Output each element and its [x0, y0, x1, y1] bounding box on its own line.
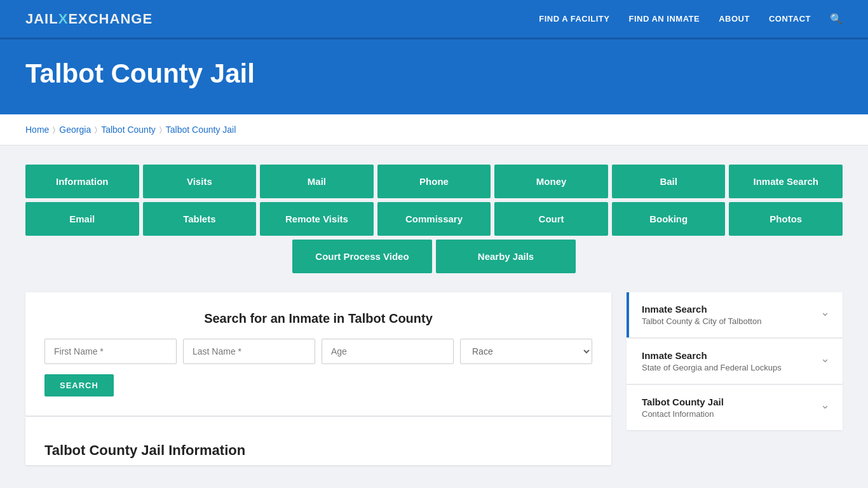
chevron-icon: 〉 — [53, 125, 55, 134]
search-title: Search for an Inmate in Talbot County — [44, 311, 592, 326]
sidebar-item-title-1: Inmate Search — [642, 350, 782, 361]
button-row-3: Court Process Video Nearby Jails — [25, 240, 843, 273]
chevron-icon: 〉 — [95, 125, 97, 134]
site-header: JAILXEXCHANGE FIND A FACILITY FIND AN IN… — [0, 0, 868, 39]
breadcrumb-home[interactable]: Home — [25, 125, 49, 135]
content-area: Search for an Inmate in Talbot County Ra… — [25, 292, 843, 465]
chevron-down-icon: ⌄ — [820, 351, 830, 365]
sidebar-item-2[interactable]: Talbot County Jail Contact Information ⌄ — [627, 385, 843, 430]
btn-booking[interactable]: Booking — [612, 202, 726, 236]
section-heading: Talbot County Jail Information — [44, 436, 592, 459]
sidebar-item-subtitle-2: Contact Information — [642, 409, 724, 419]
main-nav: FIND A FACILITY FIND AN INMATE ABOUT CON… — [539, 13, 843, 25]
nav-find-inmate[interactable]: FIND AN INMATE — [628, 14, 700, 24]
nav-contact[interactable]: CONTACT — [769, 14, 811, 24]
sidebar-item-1[interactable]: Inmate Search State of Georgia and Feder… — [627, 339, 843, 384]
search-button[interactable]: SEARCH — [44, 374, 114, 396]
nav-find-facility[interactable]: FIND A FACILITY — [539, 14, 609, 24]
nav-button-grid: Information Visits Mail Phone Money Bail… — [25, 165, 843, 273]
race-select[interactable]: Race Any White Black Hispanic Asian Othe… — [460, 339, 592, 364]
btn-email[interactable]: Email — [25, 202, 139, 236]
button-row-1: Information Visits Mail Phone Money Bail… — [25, 165, 843, 198]
inmate-search-box: Search for an Inmate in Talbot County Ra… — [25, 292, 611, 416]
main-content: Information Visits Mail Phone Money Bail… — [0, 146, 868, 484]
breadcrumb-bar: Home 〉 Georgia 〉 Talbot County 〉 Talbot … — [0, 114, 868, 146]
logo-exchange: EXCHANGE — [68, 11, 153, 27]
last-name-input[interactable] — [183, 339, 315, 364]
first-name-input[interactable] — [44, 339, 177, 364]
search-icon[interactable]: 🔍 — [830, 13, 843, 25]
btn-court[interactable]: Court — [494, 202, 608, 236]
sidebar-item-title-0: Inmate Search — [642, 304, 761, 315]
age-input[interactable] — [322, 339, 454, 364]
sidebar-item-subtitle-1: State of Georgia and Federal Lockups — [642, 363, 782, 372]
btn-information[interactable]: Information — [25, 165, 139, 198]
breadcrumb: Home 〉 Georgia 〉 Talbot County 〉 Talbot … — [25, 125, 843, 135]
logo-x: X — [58, 11, 69, 27]
page-title: Talbot County Jail — [25, 58, 843, 89]
breadcrumb-current: Talbot County Jail — [166, 125, 236, 135]
btn-court-process-video[interactable]: Court Process Video — [292, 240, 432, 273]
sidebar-item-0[interactable]: Inmate Search Talbot County & City of Ta… — [627, 292, 843, 337]
btn-nearby-jails[interactable]: Nearby Jails — [436, 240, 576, 273]
btn-bail[interactable]: Bail — [612, 165, 726, 198]
btn-inmate-search[interactable]: Inmate Search — [729, 165, 843, 198]
nav-about[interactable]: ABOUT — [719, 14, 750, 24]
search-form: Race Any White Black Hispanic Asian Othe… — [44, 339, 592, 364]
sidebar-item-title-2: Talbot County Jail — [642, 396, 724, 407]
btn-money[interactable]: Money — [494, 165, 608, 198]
sidebar: Inmate Search Talbot County & City of Ta… — [627, 292, 843, 465]
breadcrumb-georgia[interactable]: Georgia — [59, 125, 91, 135]
btn-visits[interactable]: Visits — [143, 165, 257, 198]
btn-photos[interactable]: Photos — [729, 202, 843, 236]
btn-remote-visits[interactable]: Remote Visits — [260, 202, 374, 236]
btn-phone[interactable]: Phone — [377, 165, 491, 198]
hero-section: Talbot County Jail — [0, 39, 868, 114]
chevron-icon: 〉 — [159, 125, 162, 134]
chevron-down-icon: ⌄ — [820, 398, 830, 412]
btn-mail[interactable]: Mail — [260, 165, 374, 198]
btn-commissary[interactable]: Commissary — [377, 202, 491, 236]
logo-jail: JAIL — [25, 11, 58, 27]
breadcrumb-talbot-county[interactable]: Talbot County — [101, 125, 156, 135]
button-row-2: Email Tablets Remote Visits Commissary C… — [25, 202, 843, 236]
site-logo[interactable]: JAILXEXCHANGE — [25, 11, 153, 27]
sidebar-item-subtitle-0: Talbot County & City of Talbotton — [642, 316, 761, 326]
chevron-down-icon: ⌄ — [820, 305, 830, 319]
btn-tablets[interactable]: Tablets — [143, 202, 257, 236]
